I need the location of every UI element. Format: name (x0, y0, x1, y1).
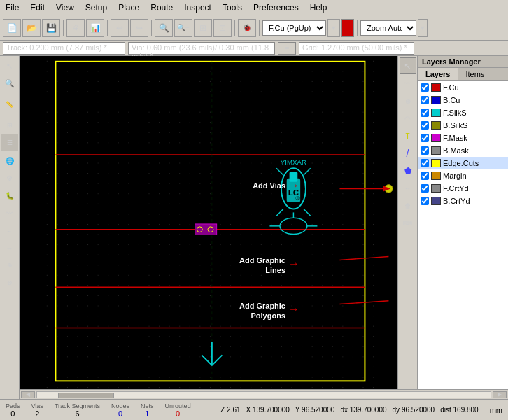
zoom-select-arrow[interactable]: ▼ (418, 19, 428, 37)
tab-layers[interactable]: Layers (418, 68, 458, 80)
layer-color-margin (431, 172, 441, 180)
menu-place[interactable]: Place (113, 1, 145, 14)
scroll-left-btn[interactable]: ◀ (21, 391, 35, 398)
coord-x: X 139.700000 (246, 406, 290, 414)
add-arc-tool[interactable]: ◠ (400, 110, 416, 127)
zoom-out-btn[interactable]: 🔍− (174, 19, 192, 37)
menu-file[interactable]: File (0, 1, 24, 14)
layer-check-margin[interactable] (421, 172, 429, 180)
route-length-btn[interactable]: ↔ (1, 239, 18, 256)
delete-tool[interactable]: 🗑 (400, 197, 416, 214)
layer-name-f-crtyd: F.CrtYd (443, 184, 469, 192)
layer-row-f-crtyd[interactable]: F.CrtYd (418, 182, 508, 195)
zoom-fit-btn[interactable]: ⊞ (194, 19, 212, 37)
menu-route[interactable]: Route (145, 1, 178, 14)
menu-view[interactable]: View (50, 1, 80, 14)
coord-y: Y 96.520000 (295, 406, 335, 414)
pcb-canvas[interactable]: YIMXAR LC (20, 56, 397, 389)
layer-check-b-cu[interactable] (421, 96, 429, 104)
layer-row-f-mask[interactable]: F.Mask (418, 132, 508, 144)
net-inspector-btn[interactable]: 🌐 (1, 152, 18, 169)
redo-btn[interactable]: ↪ (130, 19, 148, 37)
layer-row-f-cu[interactable]: F.Cu (418, 81, 508, 94)
tab-items[interactable]: Items (458, 68, 492, 80)
coord-dist: dist 169.800 (440, 406, 479, 414)
layer-row-b-cu[interactable]: B.Cu (418, 94, 508, 106)
menu-tools[interactable]: Tools (217, 1, 248, 14)
via-field[interactable]: Via: 0.60 mm (23.6 mils)/ 0.30 mm (11.8 … (128, 42, 275, 55)
coord-bar: Z 2.61 X 139.700000 Y 96.520000 dx 139.7… (202, 406, 479, 414)
grid-tool[interactable]: ⊞ (1, 117, 18, 134)
drc-btn[interactable]: 🐞 (238, 19, 256, 37)
layer-check-b-crtyd[interactable] (421, 197, 429, 205)
add-graphic-line-tool[interactable]: / (400, 145, 416, 162)
menu-setup[interactable]: Setup (80, 1, 113, 14)
layer-color-btn[interactable] (341, 19, 354, 37)
layer-row-f-silks[interactable]: F.SilkS (418, 106, 508, 119)
interactive-router-btn[interactable]: ⊗ (1, 274, 18, 291)
layer-check-f-crtyd[interactable] (421, 184, 429, 192)
new-btn[interactable]: 📄 (3, 19, 21, 37)
layer-check-b-mask[interactable] (421, 146, 429, 155)
h-scrollbar[interactable]: ◀ ▶ (20, 389, 508, 399)
layer-color-b-mask (431, 146, 441, 155)
layer-row-b-crtyd[interactable]: B.CrtYd (418, 195, 508, 207)
layer-settings-btn[interactable]: ▼ (327, 19, 340, 37)
h-scroll-thumb[interactable] (58, 393, 114, 398)
diff-pair-btn[interactable]: ≈ (1, 222, 18, 239)
scroll-right-btn[interactable]: ▶ (493, 391, 507, 398)
layer-row-b-mask[interactable]: B.Mask (418, 144, 508, 157)
print-btn[interactable]: 🖨 (66, 19, 85, 37)
layer-name-b-mask: B.Mask (443, 146, 469, 155)
route-single-btn[interactable]: 〰 (1, 204, 18, 221)
layers-panel-btn[interactable]: ☰ (1, 134, 18, 151)
cursor-tool[interactable]: ↖ (400, 57, 416, 74)
add-polygon-tool[interactable]: ⬟ (400, 162, 416, 179)
track-segments-status: Track Segments 6 (55, 402, 100, 418)
route-track-tool[interactable]: 〰 (400, 75, 416, 92)
add-dimension-tool[interactable]: ↔ (400, 180, 416, 197)
copper-layer-select[interactable]: F.Cu (PgUp) B.Cu (262, 20, 326, 36)
scripting-tool[interactable]: ⌨ (400, 215, 416, 232)
zoom-area-btn[interactable]: ⊡ (213, 19, 232, 37)
right-toolbar: ↖ 〰 ⊕ ◠ T / ⬟ ↔ 🗑 ⌨ (397, 56, 417, 389)
layer-row-b-silks[interactable]: B.SilkS (418, 119, 508, 132)
inspect-tool[interactable]: 🔍 (1, 75, 18, 92)
open-btn[interactable]: 📂 (22, 19, 41, 37)
h-scroll-track[interactable] (36, 391, 491, 398)
grid-field[interactable]: Grid: 1.2700 mm (50.00 mils) * (299, 42, 414, 55)
zoom-in-btn[interactable]: 🔍 (155, 19, 173, 37)
canvas-inner: YIMXAR LC (20, 56, 508, 389)
select-tool[interactable]: ↖ (1, 57, 18, 74)
sep5 (259, 20, 260, 36)
layer-row-margin[interactable]: Margin (418, 169, 508, 182)
track-field[interactable]: Track: 0.200 mm (7.87 mils) * (3, 42, 125, 55)
add-via-tool[interactable]: ⊕ (400, 92, 416, 109)
menu-edit[interactable]: Edit (24, 1, 50, 14)
layer-row-edge-cuts[interactable]: Edge.Cuts (418, 157, 508, 169)
plot-btn[interactable]: 📊 (86, 19, 104, 37)
layer-name-f-cu: F.Cu (443, 83, 459, 92)
drc-btn2[interactable]: 🐛 (1, 187, 18, 204)
svg-rect-12 (290, 172, 298, 182)
canvas-wrapper: YIMXAR LC (20, 56, 508, 399)
add-text-tool[interactable]: T (400, 127, 416, 144)
zoom-select[interactable]: Zoom Auto (360, 20, 416, 36)
layer-color-f-mask (431, 134, 441, 142)
layer-check-f-mask[interactable] (421, 134, 429, 142)
ruler-tool[interactable]: 📏 (1, 96, 18, 113)
nodes-value: 0 (118, 410, 122, 418)
vias-status: Vias 2 (31, 402, 43, 418)
layer-check-f-silks[interactable] (421, 108, 429, 117)
layer-check-b-silks[interactable] (421, 121, 429, 130)
fanout-btn[interactable]: ⊕ (1, 257, 18, 274)
board-setup-btn[interactable]: ⚙ (1, 169, 18, 186)
menu-help[interactable]: Help (304, 1, 333, 14)
undo-btn[interactable]: ↩ (111, 19, 129, 37)
netclass-btn[interactable]: ≡ (278, 42, 296, 55)
menu-preferences[interactable]: Preferences (248, 1, 304, 14)
layer-check-f-cu[interactable] (421, 83, 429, 92)
layer-check-edge-cuts[interactable] (421, 159, 429, 167)
menu-inspect[interactable]: Inspect (178, 1, 217, 14)
save-btn[interactable]: 💾 (42, 19, 60, 37)
